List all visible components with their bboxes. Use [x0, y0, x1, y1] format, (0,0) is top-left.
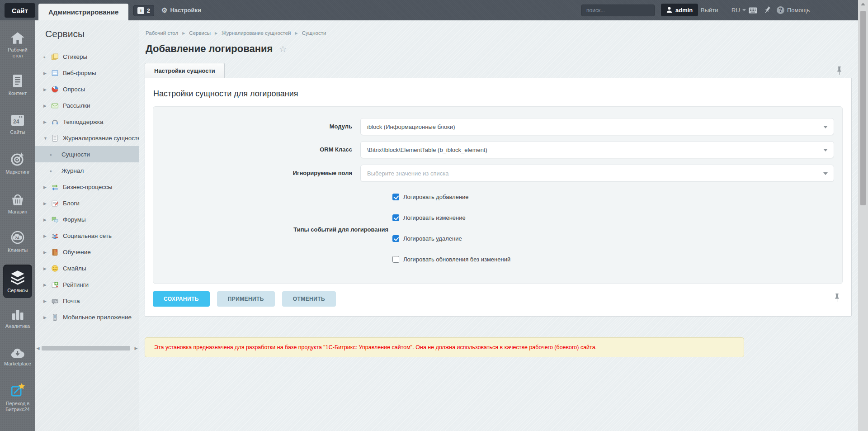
bullet-icon	[50, 168, 54, 173]
expand-arrow-icon	[43, 298, 48, 303]
user-icon	[666, 7, 672, 13]
breadcrumb-entity-logging[interactable]: Журналирование сущностей	[222, 30, 291, 36]
sidebar-item-entity-logging[interactable]: Журналирование сущностей	[35, 130, 139, 146]
trial-warning-banner: Эта установка предназначена для разработ…	[145, 337, 744, 357]
site-button[interactable]: Сайт	[5, 3, 35, 18]
rail-item-content[interactable]: Контент	[0, 74, 35, 96]
cancel-button[interactable]: ОТМЕНИТЬ	[282, 291, 336, 307]
rail-item-services[interactable]: Сервисы	[3, 265, 32, 298]
sites-icon: 24	[10, 114, 25, 127]
scroll-left-icon[interactable]: ◀	[35, 346, 41, 350]
info-icon: i	[137, 7, 144, 14]
checkbox-icon[interactable]	[392, 194, 399, 200]
settings-button[interactable]: ⚙ Настройки	[161, 0, 201, 20]
rail-item-store[interactable]: Магазин	[0, 192, 35, 215]
notification-count: 2	[147, 8, 150, 14]
sidebar-item-mobile-app[interactable]: Мобильное приложение	[35, 309, 139, 325]
sidebar-item-webforms[interactable]: Веб-формы	[35, 65, 139, 81]
rail-item-marketing[interactable]: Маркетинг	[0, 152, 35, 175]
gear-icon: ⚙	[161, 6, 167, 14]
expand-arrow-icon	[43, 315, 48, 320]
sidebar-item-ratings[interactable]: Рейтинги	[35, 276, 139, 293]
marketplace-icon	[9, 347, 26, 359]
search-input[interactable]	[582, 7, 659, 14]
event-types-label: Типы событий для логирования	[189, 226, 388, 233]
checkbox-log-delete[interactable]: Логировать удаление	[392, 235, 462, 242]
form-box: Модуль iblock (Информационные блоки) ORM…	[153, 106, 843, 284]
chevron-down-icon	[823, 149, 828, 152]
bullet-icon	[50, 152, 54, 157]
section-title: Настройки сущности для логирования	[153, 89, 298, 99]
expand-arrow-icon	[43, 185, 48, 189]
search-box	[581, 5, 655, 16]
pin-topbar-button[interactable]	[764, 0, 771, 20]
keyboard-icon	[749, 7, 757, 14]
checkbox-log-change[interactable]: Логировать изменение	[392, 214, 466, 221]
tab-entity-settings[interactable]: Настройки сущности	[145, 63, 225, 78]
expand-arrow-icon	[43, 250, 48, 255]
apply-button[interactable]: ПРИМЕНИТЬ	[217, 291, 275, 307]
breadcrumb-desktop[interactable]: Рабочий стол	[146, 30, 178, 36]
sidebar-item-newsletters[interactable]: Рассылки	[35, 97, 139, 114]
rail-item-marketplace[interactable]: Marketplace	[0, 347, 35, 367]
rail-item-sites[interactable]: 24 Сайты	[0, 114, 35, 135]
rail-item-analytics[interactable]: Аналитика	[0, 308, 35, 329]
rail-item-bitrix24[interactable]: Переход в Битрикс24	[0, 382, 35, 412]
sidebar-item-journal[interactable]: Журнал	[35, 162, 139, 179]
help-button[interactable]: ? Помощь	[777, 0, 810, 20]
vertical-scrollbar[interactable]	[858, 0, 868, 431]
pin-buttons-icon[interactable]	[834, 294, 840, 303]
sidebar-item-social[interactable]: Социальная сеть	[35, 227, 139, 244]
sidebar-item-entities[interactable]: Сущности	[35, 146, 139, 162]
breadcrumb-services[interactable]: Сервисы	[189, 30, 211, 36]
language-selector[interactable]: RU	[731, 0, 746, 20]
save-button[interactable]: СОХРАНИТЬ	[153, 291, 210, 307]
user-menu-button[interactable]: admin	[661, 4, 698, 16]
module-select[interactable]: iblock (Информационные блоки)	[360, 118, 834, 135]
sidebar-item-forums[interactable]: Форумы	[35, 211, 139, 227]
expand-arrow-icon	[43, 217, 48, 222]
mobile-icon	[51, 313, 59, 321]
scroll-up-icon[interactable]	[861, 3, 865, 5]
sidebar-item-blogs[interactable]: Блоги	[35, 195, 139, 211]
breadcrumb-separator-icon: ▶	[295, 31, 298, 35]
checkbox-icon[interactable]	[392, 256, 399, 263]
ignored-fields-label: Игнорируемые поля	[153, 170, 352, 176]
scrollbar-thumb[interactable]	[860, 11, 866, 205]
sidebar-item-training[interactable]: Обучение	[35, 244, 139, 260]
sidebar-item-polls[interactable]: Опросы	[35, 81, 139, 97]
pin-panel-icon[interactable]	[836, 66, 843, 76]
scroll-right-icon[interactable]: ▶	[133, 346, 139, 350]
module-label: Модуль	[153, 123, 352, 130]
rail-item-clients[interactable]: 24 Клиенты	[0, 230, 35, 253]
expand-arrow-icon	[43, 71, 48, 76]
checkbox-icon[interactable]	[392, 214, 399, 221]
sidebar-horizontal-scrollbar[interactable]: ◀ ▶	[35, 345, 139, 351]
rail-item-desktop[interactable]: Рабочий стол	[0, 31, 35, 59]
bitrix24-icon	[9, 382, 26, 398]
sidebar-item-stickers[interactable]: Стикеры	[35, 48, 139, 65]
smiles-icon	[51, 265, 59, 272]
hotkeys-button[interactable]	[749, 0, 757, 20]
expand-arrow-icon	[43, 266, 48, 271]
sidebar-item-support[interactable]: Техподдержка	[35, 114, 139, 130]
checkbox-log-no-change[interactable]: Логировать обновления без изменений	[392, 256, 510, 263]
sidebar-item-smiles[interactable]: Смайлы	[35, 260, 139, 276]
breadcrumb-entities[interactable]: Сущности	[302, 30, 326, 36]
notification-badge[interactable]: i 2	[133, 5, 154, 16]
favorite-star-icon[interactable]: ☆	[279, 44, 287, 54]
admin-tab[interactable]: Администрирование	[38, 4, 128, 20]
scrollbar-thumb[interactable]	[42, 346, 130, 350]
sidebar-menu: Сервисы Стикеры Веб-формы Опросы	[35, 20, 139, 431]
ignored-fields-select[interactable]: Выберите значение из списка	[360, 165, 834, 182]
blogs-icon	[51, 199, 59, 207]
orm-class-select[interactable]: \Bitrix\Iblock\ElementTable (b_iblock_el…	[360, 141, 834, 158]
checkbox-log-add[interactable]: Логировать добавление	[392, 194, 469, 200]
checkbox-icon[interactable]	[392, 235, 399, 242]
sidebar-item-mail[interactable]: Почта	[35, 293, 139, 309]
training-icon	[51, 248, 59, 256]
page-title: Добавление логирования	[146, 43, 273, 55]
expand-arrow-icon	[43, 233, 48, 238]
logout-link[interactable]: Выйти	[701, 0, 718, 20]
sidebar-item-bizproc[interactable]: Бизнес-процессы	[35, 179, 139, 195]
